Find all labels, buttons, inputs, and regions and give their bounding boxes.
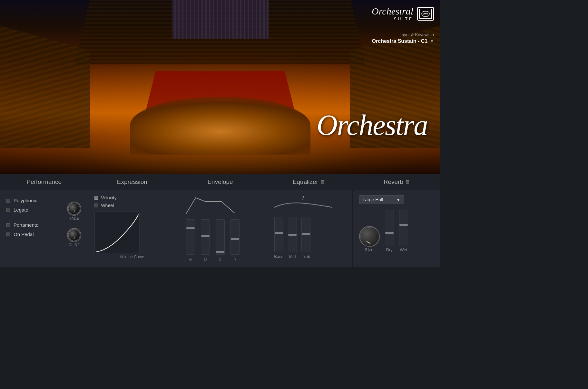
brand-suite-text: SUITE [372, 17, 413, 21]
velocity-radio[interactable] [94, 196, 98, 200]
polyphonic-row: Polyphonic [6, 198, 62, 203]
keyswitch-value[interactable]: Orchestra Sustain - C1 ▼ [372, 38, 434, 44]
legato-checkbox[interactable] [6, 208, 10, 212]
eq-sliders: Bass Mid Treb [271, 214, 346, 259]
bass-col: Bass [274, 217, 283, 259]
controls-area: Polyphonic Legato Portamento On Pedal [0, 190, 440, 267]
portamento-checkbox[interactable] [6, 223, 10, 227]
sustain-col: S [216, 219, 225, 261]
eq-section-title: Equalizer [264, 178, 352, 185]
wet-thumb [399, 224, 408, 226]
orchestra-title: Orchestra [317, 109, 427, 142]
svg-point-4 [68, 203, 80, 214]
organ-pipes [172, 0, 269, 39]
orchestral-suite-logo: Orchestral SUITE [372, 6, 413, 21]
equalizer-section: f Bass Mid [264, 190, 352, 267]
volume-curve-label: Volume Curve [94, 255, 169, 259]
decay-thumb [201, 235, 210, 237]
on-pedal-label: On Pedal [14, 232, 34, 237]
wheel-radio[interactable] [94, 204, 98, 207]
portamento-row: Portamento [6, 222, 62, 228]
treb-label: Treb [302, 254, 310, 259]
dry-label: Dry [386, 247, 393, 252]
reverb-controls: Size Dry Wet [359, 209, 434, 252]
size-label: Size [365, 248, 374, 252]
sections-bar: Performance Expression Envelope Equalize… [0, 174, 440, 190]
reverb-preset-label: Large Hall [363, 197, 383, 202]
keyswitch-label: Layer & Keyswitch [372, 32, 434, 37]
svg-rect-10 [95, 212, 140, 253]
fade-knob[interactable] [67, 202, 81, 216]
keyswitch-area: Layer & Keyswitch Orchestra Sustain - C1… [372, 32, 434, 44]
branding-area: Orchestral SUITE UVI [372, 6, 434, 21]
eq-curve-display: f [271, 195, 346, 211]
mid-col: Mid [288, 217, 297, 259]
portamento-label: Portamento [14, 222, 39, 228]
mid-slider-track[interactable] [288, 217, 297, 252]
svg-point-7 [68, 229, 80, 241]
bass-slider-track[interactable] [274, 217, 283, 252]
svg-line-15 [367, 242, 370, 243]
sustain-slider-track[interactable] [216, 219, 225, 255]
glide-knob[interactable] [67, 228, 81, 242]
adsr-sliders: A D S R [183, 216, 258, 261]
polyphonic-checkbox[interactable] [6, 199, 10, 203]
attack-thumb [186, 227, 195, 229]
performance-section: Polyphonic Legato Portamento On Pedal [0, 190, 88, 267]
reverb-dropdown-arrow: ▼ [396, 197, 401, 202]
attack-slider-track[interactable] [186, 219, 195, 255]
release-col: R [230, 219, 240, 261]
dry-col: Dry [385, 210, 394, 252]
sustain-thumb [216, 251, 224, 253]
wet-slider-track[interactable] [399, 210, 408, 245]
velocity-row: Velocity [94, 195, 169, 200]
env-section-title: Envelope [176, 178, 264, 185]
reverb-enable-indicator[interactable] [406, 180, 409, 184]
uvi-logo: UVI [417, 7, 434, 21]
legato-label: Legato [14, 207, 28, 213]
decay-slider-track[interactable] [201, 219, 210, 255]
hero-section: Orchestral SUITE UVI Layer & Keyswitch O… [0, 0, 440, 174]
size-knob-container: Size [359, 226, 380, 252]
mid-thumb [288, 234, 297, 236]
perf-toggles: Polyphonic Legato Portamento On Pedal [6, 198, 62, 247]
release-thumb [231, 238, 239, 240]
stage [130, 97, 310, 155]
wet-col: Wet [399, 210, 408, 252]
polyphonic-label: Polyphonic [14, 198, 37, 203]
glide-knob-container: GLIDE [67, 228, 81, 247]
bass-thumb [275, 232, 283, 234]
bass-label: Bass [274, 254, 283, 259]
dry-thumb [385, 232, 394, 234]
fade-knob-container: FADE [67, 202, 81, 220]
on-pedal-row: On Pedal [6, 232, 62, 237]
reverb-section-title: Reverb [352, 178, 440, 185]
attack-label: A [189, 257, 192, 261]
on-pedal-checkbox[interactable] [6, 232, 10, 236]
adsr-shape-preview [183, 195, 258, 214]
perf-area: Polyphonic Legato Portamento On Pedal [6, 195, 81, 247]
release-slider-track[interactable] [230, 219, 240, 255]
preset-dropdown-arrow[interactable]: ▼ [430, 39, 434, 43]
perf-section-title: Performance [0, 178, 88, 185]
mid-label: Mid [289, 254, 296, 259]
wheel-label: Wheel [101, 203, 114, 208]
size-knob[interactable] [359, 226, 380, 247]
release-label: R [233, 257, 236, 261]
fade-label: FADE [69, 217, 79, 220]
treb-col: Treb [301, 217, 310, 259]
reverb-preset-dropdown[interactable]: Large Hall ▼ [359, 195, 404, 204]
decay-label: D [204, 257, 207, 261]
perf-knobs: FADE [67, 198, 81, 247]
preset-name: Orchestra Sustain - C1 [372, 38, 428, 44]
wet-label: Wet [400, 247, 407, 252]
envelope-section: A D S R [176, 190, 264, 267]
velocity-label: Velocity [101, 195, 116, 200]
dry-slider-track[interactable] [385, 210, 394, 245]
brand-orchestral-text: Orchestral [372, 6, 413, 16]
eq-enable-indicator[interactable] [321, 180, 324, 184]
decay-col: D [201, 219, 210, 261]
treb-thumb [302, 233, 310, 235]
treb-slider-track[interactable] [301, 217, 310, 252]
sustain-label: S [219, 257, 221, 261]
